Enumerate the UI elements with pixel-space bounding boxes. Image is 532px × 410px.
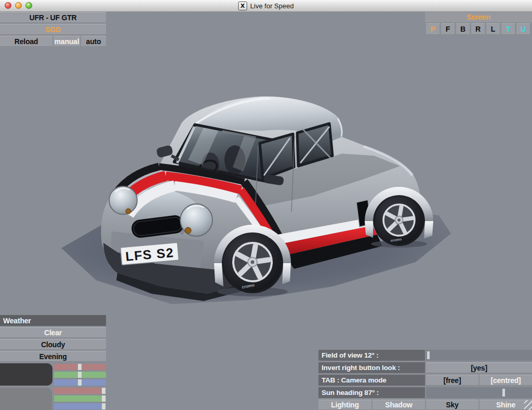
- blue-slider-1[interactable]: [54, 379, 106, 386]
- camera-free-button[interactable]: [free]: [426, 375, 478, 386]
- red-slider-1[interactable]: [54, 364, 106, 370]
- blue-slider-2[interactable]: [54, 403, 106, 409]
- lighting-button[interactable]: Lighting: [318, 400, 371, 410]
- screen-button-u[interactable]: U: [516, 23, 530, 35]
- screen-button-l[interactable]: L: [486, 23, 500, 35]
- invert-look-label: Invert right button look :: [318, 362, 425, 373]
- weather-panel-title: Weather: [0, 315, 106, 326]
- screen-button-t[interactable]: T: [501, 23, 515, 35]
- vehicle-name-button[interactable]: UFR - UF GTR: [0, 12, 106, 23]
- slider-handle[interactable]: [102, 395, 105, 402]
- weather-option-evening[interactable]: Evening: [0, 351, 106, 362]
- color-swatch-light[interactable]: [0, 388, 52, 410]
- skin-name-button[interactable]: SGD: [0, 24, 106, 35]
- camera-centred-button[interactable]: [centred]: [480, 375, 532, 386]
- weather-option-cloudy[interactable]: Cloudy: [0, 339, 106, 350]
- minimize-button[interactable]: [15, 2, 22, 9]
- color-swatch-dark[interactable]: [0, 363, 52, 386]
- shadow-button[interactable]: Shadow: [373, 400, 425, 410]
- auto-button[interactable]: auto: [81, 36, 106, 47]
- reload-button[interactable]: Reload: [0, 36, 52, 47]
- camera-mode-label: TAB : Camera mode: [318, 375, 425, 386]
- window-title: Live for Speed: [250, 2, 294, 10]
- manual-button[interactable]: manual: [54, 36, 80, 47]
- slider-handle[interactable]: [78, 364, 82, 370]
- titlebar: X Live for Speed: [0, 0, 532, 12]
- green-slider-1[interactable]: [54, 372, 106, 378]
- screen-button-b[interactable]: B: [456, 23, 470, 35]
- lfs-window: LFS S2: [0, 0, 532, 410]
- invert-look-button[interactable]: [yes]: [426, 362, 532, 373]
- screen-button-f[interactable]: F: [441, 23, 455, 35]
- close-button[interactable]: [5, 2, 11, 9]
- slider-handle[interactable]: [78, 372, 82, 378]
- x11-app-icon: X: [238, 2, 247, 10]
- slider-handle[interactable]: [102, 403, 105, 409]
- weather-option-clear[interactable]: Clear: [0, 327, 106, 338]
- fov-slider[interactable]: [426, 350, 532, 361]
- sun-heading-label: Sun heading 87° :: [318, 387, 425, 398]
- fov-label: Field of view 12° :: [318, 350, 425, 361]
- sun-heading-slider[interactable]: [426, 387, 532, 398]
- red-slider-2[interactable]: [54, 388, 106, 394]
- indicator-left: [126, 209, 131, 214]
- zoom-button[interactable]: [25, 2, 32, 9]
- fov-slider-handle[interactable]: [427, 351, 430, 359]
- sky-button[interactable]: Sky: [426, 400, 478, 410]
- screen-button-p[interactable]: P: [426, 23, 440, 35]
- green-slider-2[interactable]: [54, 395, 106, 402]
- headlight-left: [109, 186, 137, 214]
- resize-grip[interactable]: [524, 400, 532, 410]
- indicator-right: [185, 227, 191, 234]
- sun-heading-slider-handle[interactable]: [502, 389, 505, 397]
- slider-handle[interactable]: [102, 388, 105, 394]
- screen-panel-title: Screen: [425, 11, 532, 22]
- screen-button-r[interactable]: R: [471, 23, 485, 35]
- window-title-wrap: X Live for Speed: [238, 0, 294, 11]
- slider-handle[interactable]: [78, 379, 82, 386]
